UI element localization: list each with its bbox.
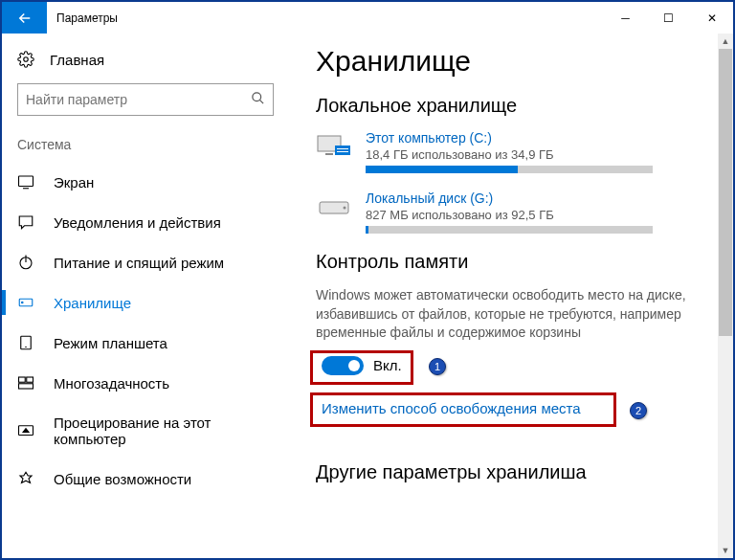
display-icon — [17, 173, 34, 190]
nav-label: Питание и спящий режим — [54, 255, 224, 271]
nav-label: Режим планшета — [54, 335, 167, 351]
shared-icon — [17, 470, 34, 487]
svg-rect-12 — [27, 377, 33, 382]
search-box[interactable] — [17, 83, 274, 116]
nav-projecting[interactable]: Проецирование на этот компьютер — [2, 403, 289, 459]
back-button[interactable] — [2, 2, 47, 34]
nav-storage[interactable]: Хранилище — [2, 282, 289, 323]
power-icon — [17, 254, 34, 271]
nav-shared[interactable]: Общие возможности — [2, 459, 289, 499]
nav-label: Общие возможности — [54, 471, 191, 487]
svg-rect-16 — [325, 153, 333, 155]
svg-rect-17 — [335, 146, 350, 155]
notifications-icon — [17, 213, 34, 231]
annotation-badge-1: 1 — [429, 358, 446, 375]
hdd-icon — [316, 192, 352, 221]
toggle-label: Вкл. — [373, 357, 402, 373]
svg-point-1 — [253, 92, 261, 101]
nav-display[interactable]: Экран — [2, 162, 289, 202]
home-nav[interactable]: Главная — [2, 45, 289, 78]
storage-sense-heading: Контроль памяти — [316, 251, 706, 273]
toggle-switch-icon — [322, 356, 364, 375]
home-label: Главная — [50, 52, 104, 68]
sidebar: Главная Система Экран Уведомления и дейс… — [2, 34, 289, 558]
nav-power[interactable]: Питание и спящий режим — [2, 242, 289, 282]
nav-label: Экран — [54, 174, 94, 190]
gear-icon — [17, 51, 34, 68]
search-icon — [251, 91, 265, 109]
svg-rect-3 — [19, 176, 33, 187]
svg-rect-11 — [19, 377, 26, 382]
multitask-icon — [17, 374, 34, 392]
nav-tablet[interactable]: Режим планшета — [2, 323, 289, 363]
svg-rect-18 — [337, 148, 348, 149]
drive-usage: 18,4 ГБ использовано из 34,9 ГБ — [366, 147, 653, 162]
drive-name: Локальный диск (G:) — [366, 190, 653, 206]
drive-g[interactable]: Локальный диск (G:) 827 МБ использовано … — [316, 190, 706, 234]
drive-bar — [366, 166, 653, 173]
storage-sense-toggle[interactable]: Вкл. — [316, 352, 408, 379]
drive-c[interactable]: Этот компьютер (C:) 18,4 ГБ использовано… — [316, 130, 706, 173]
close-button[interactable]: ✕ — [690, 2, 733, 34]
storage-icon — [17, 294, 34, 311]
drive-usage: 827 МБ использовано из 92,5 ГБ — [366, 208, 653, 222]
svg-point-8 — [22, 302, 24, 303]
nav-label: Многозадачность — [54, 375, 169, 392]
tablet-icon — [17, 334, 34, 351]
page-title: Хранилище — [316, 45, 706, 78]
search-input[interactable] — [26, 92, 241, 107]
maximize-button[interactable]: ☐ — [647, 2, 690, 34]
scroll-thumb[interactable] — [719, 49, 732, 336]
nav-label: Хранилище — [54, 295, 131, 311]
scroll-up-icon[interactable]: ▲ — [718, 34, 733, 49]
svg-rect-13 — [19, 384, 33, 389]
storage-sense-description: Windows может автоматически освободить м… — [316, 286, 699, 343]
svg-rect-19 — [337, 151, 348, 152]
annotation-badge-2: 2 — [630, 402, 647, 419]
other-storage-heading: Другие параметры хранилиша — [316, 461, 706, 483]
nav-multitask[interactable]: Многозадачность — [2, 363, 289, 403]
section-label: Система — [2, 129, 289, 162]
drive-name: Этот компьютер (C:) — [366, 130, 653, 146]
projecting-icon — [17, 422, 34, 439]
svg-point-21 — [344, 207, 346, 210]
window-title: Параметры — [47, 2, 118, 34]
svg-point-0 — [24, 57, 29, 62]
local-storage-heading: Локальное хранилище — [316, 95, 706, 117]
nav-label: Уведомления и действия — [54, 214, 221, 231]
drive-bar — [366, 226, 653, 234]
scroll-down-icon[interactable]: ▼ — [718, 543, 733, 558]
nav-notifications[interactable]: Уведомления и действия — [2, 202, 289, 242]
scrollbar[interactable]: ▲ ▼ — [718, 34, 733, 558]
nav-label: Проецирование на этот компьютер — [54, 414, 274, 447]
minimize-button[interactable]: ─ — [604, 2, 647, 34]
change-free-up-link[interactable]: Изменить способ освобождения места — [316, 396, 587, 420]
svg-line-2 — [259, 100, 263, 103]
pc-drive-icon — [316, 132, 352, 161]
main-content: Хранилище Локальное хранилище Этот компь… — [289, 34, 733, 558]
